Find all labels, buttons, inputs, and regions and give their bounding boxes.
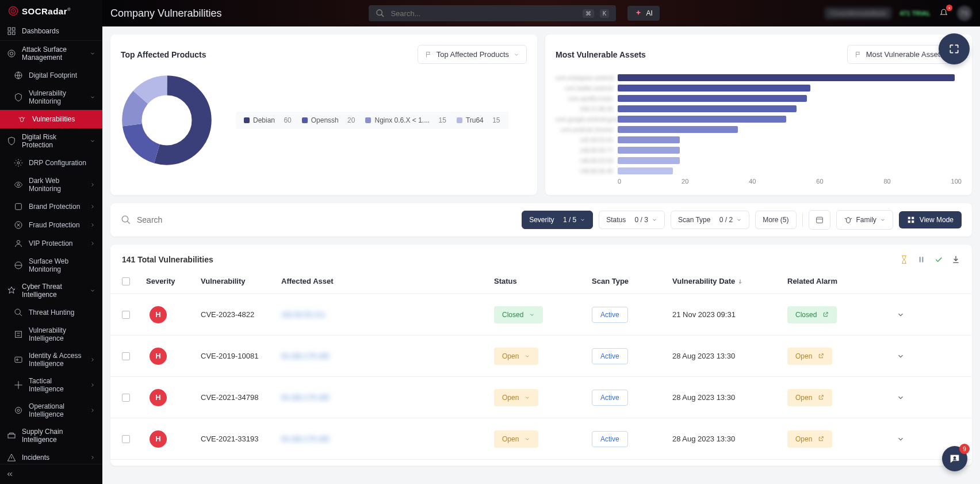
sidebar-item-threat-hunting[interactable]: Threat Hunting <box>0 303 102 322</box>
vuln-date: 28 Aug 2023 13:30 <box>672 352 787 360</box>
row-checkbox[interactable] <box>122 394 130 402</box>
svg-point-28 <box>16 407 22 414</box>
sidebar-item-vip-protection[interactable]: VIP Protection <box>0 234 102 253</box>
date-filter[interactable] <box>809 210 830 230</box>
alarm-pill[interactable]: Open <box>787 348 832 365</box>
expand-row-button[interactable] <box>897 435 920 443</box>
affected-asset[interactable]: 162.93.53.211 <box>281 311 326 319</box>
logo-text: SOCRadar® <box>22 6 71 16</box>
chevron-down-icon <box>90 94 95 100</box>
chevron-right-icon <box>90 455 95 460</box>
svg-line-46 <box>850 218 852 219</box>
org-selector[interactable]: CrownAnimalsBank <box>825 7 891 19</box>
alarm-pill[interactable]: Open <box>787 430 832 448</box>
svg-rect-42 <box>816 217 822 223</box>
sidebar-item-dashboards[interactable]: Dashboards <box>0 22 102 41</box>
scan-type-filter[interactable]: Scan Type 0 / 2 <box>671 211 749 229</box>
svg-line-35 <box>381 14 384 17</box>
col-severity[interactable]: Severity <box>146 277 201 285</box>
affected-asset[interactable]: 54.160.175.165 <box>281 352 329 360</box>
user-avatar[interactable]: TS <box>957 6 972 21</box>
table-search[interactable] <box>121 215 516 225</box>
sidebar-item-digital-risk-protection[interactable]: Digital Risk Protection <box>0 128 102 154</box>
col-date[interactable]: Vulnerability Date <box>672 277 787 285</box>
view-mode-button[interactable]: View Mode <box>899 211 962 228</box>
svg-rect-15 <box>16 204 22 210</box>
sidebar-item-fraud-protection[interactable]: Fraud Protection <box>0 216 102 234</box>
col-vulnerability[interactable]: Vulnerability <box>201 277 281 285</box>
sidebar-item-supply-chain-intelligence[interactable]: Supply Chain Intelligence <box>0 423 102 448</box>
row-checkbox[interactable] <box>122 435 130 443</box>
expand-row-button[interactable] <box>897 352 920 360</box>
sidebar-item-operational-intelligence[interactable]: Operational Intelligence <box>0 398 102 423</box>
row-checkbox[interactable] <box>122 311 130 319</box>
col-scan[interactable]: Scan Type <box>592 277 672 285</box>
table-row[interactable]: H CVE-2023-4822 162.93.53.211 Closed Act… <box>110 294 972 336</box>
sidebar-item-dark-web-monitoring[interactable]: Dark Web Monitoring <box>0 172 102 197</box>
table-row[interactable]: H CVE-2021-34798 54.160.175.165 Open Act… <box>110 377 972 418</box>
col-status[interactable]: Status <box>494 277 592 285</box>
status-pill[interactable]: Closed <box>494 306 543 323</box>
most-vulnerable-assets-card: Most Vulnerable Assets Most Vulnerable A… <box>545 35 972 195</box>
svg-rect-52 <box>922 257 923 262</box>
affected-asset[interactable]: 54.160.175.165 <box>281 394 329 402</box>
row-checkbox[interactable] <box>122 352 130 360</box>
pending-icon[interactable] <box>899 255 909 264</box>
ai-button[interactable]: AI <box>627 6 659 21</box>
sidebar-item-drp-configuration[interactable]: DRP Configuration <box>0 154 102 172</box>
legend-item: Debian 60 <box>244 116 292 124</box>
family-filter[interactable]: Family <box>836 210 893 230</box>
status-pill[interactable]: Open <box>494 430 538 448</box>
sidebar-item-tactical-intelligence[interactable]: Tactical Intelligence <box>0 372 102 398</box>
alarm-pill[interactable]: Closed <box>787 306 837 323</box>
svg-rect-3 <box>8 28 11 31</box>
select-all-checkbox[interactable] <box>122 277 130 285</box>
sidebar-item-digital-footprint[interactable]: Digital Footprint <box>0 66 102 85</box>
expand-row-button[interactable] <box>897 394 920 402</box>
pause-icon[interactable] <box>917 255 926 264</box>
notifications-button[interactable]: • <box>939 8 949 18</box>
bar-row: com.instagram.android <box>556 74 962 81</box>
flag-icon <box>855 51 862 58</box>
sidebar-item-identity-access-intelligence[interactable]: Identity & Access Intelligence <box>0 347 102 372</box>
sidebar-item-brand-protection[interactable]: Brand Protection <box>0 197 102 216</box>
collapse-sidebar-button[interactable] <box>0 464 102 484</box>
sidebar-item-cyber-threat-intelligence[interactable]: Cyber Threat Intelligence <box>0 278 102 303</box>
sidebar-item-surface-web-monitoring[interactable]: Surface Web Monitoring <box>0 253 102 278</box>
sidebar-item-vulnerability-intelligence[interactable]: Vulnerability Intelligence <box>0 322 102 347</box>
sidebar-item-incidents[interactable]: Incidents <box>0 448 102 464</box>
status-pill[interactable]: Open <box>494 348 538 365</box>
sidebar-item-attack-surface-management[interactable]: Attack Surface Management <box>0 41 102 66</box>
external-link-icon <box>818 353 824 359</box>
svg-point-39 <box>132 85 201 155</box>
table-row[interactable]: H CVE-2019-10081 54.160.175.165 Open Act… <box>110 336 972 377</box>
ops-icon <box>14 406 23 415</box>
download-icon[interactable] <box>951 255 960 264</box>
sidebar-item-vulnerabilities[interactable]: Vulnerabilities <box>0 110 102 128</box>
status-pill[interactable]: Open <box>494 389 538 406</box>
expand-view-button[interactable] <box>939 33 970 64</box>
global-search-input[interactable] <box>391 9 576 18</box>
help-chat-button[interactable]: 9 <box>942 446 967 471</box>
check-icon[interactable] <box>934 255 943 264</box>
sidebar-item-vulnerability-monitoring[interactable]: Vulnerability Monitoring <box>0 85 102 110</box>
scan-type-pill: Active <box>592 307 628 323</box>
status-filter[interactable]: Status 0 / 3 <box>599 211 665 229</box>
expand-row-button[interactable] <box>897 311 920 319</box>
top-affected-dropdown[interactable]: Top Affected Products <box>418 45 527 64</box>
logo[interactable]: SOCRadar® <box>0 0 102 22</box>
affected-asset[interactable]: 54.160.175.165 <box>281 435 329 443</box>
col-asset[interactable]: Affected Asset <box>281 277 494 285</box>
table-search-input[interactable] <box>137 215 281 224</box>
scan-type-pill: Active <box>592 390 628 406</box>
col-alarm[interactable]: Related Alarm <box>787 277 897 285</box>
more-filter[interactable]: More (5) <box>755 211 796 229</box>
svg-point-44 <box>846 218 850 223</box>
global-search[interactable]: ⌘ K <box>369 5 616 21</box>
table-row[interactable]: H CVE-2021-33193 54.160.175.165 Open Act… <box>110 418 972 460</box>
bug-icon <box>844 215 853 224</box>
chevron-down-icon <box>880 217 886 223</box>
severity-filter[interactable]: Severity 1 / 5 <box>522 211 593 229</box>
alarm-pill[interactable]: Open <box>787 389 832 406</box>
svg-point-2 <box>13 10 14 12</box>
